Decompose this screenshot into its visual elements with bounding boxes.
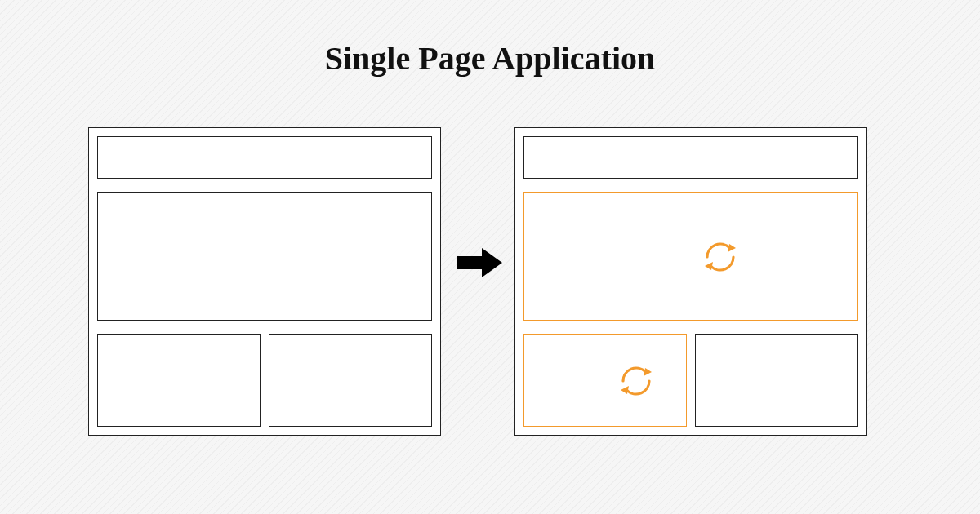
wireframe-right-bottom-right [695, 334, 858, 427]
wireframe-left-bottom-right [269, 334, 432, 427]
svg-marker-2 [705, 262, 713, 270]
wireframe-left-bottom-left [97, 334, 261, 427]
wireframe-right-hero [523, 192, 858, 321]
wireframe-right-header [523, 136, 858, 179]
diagram-title: Single Page Application [0, 39, 980, 78]
svg-marker-4 [621, 386, 629, 394]
wireframe-left-header [97, 136, 432, 179]
wireframe-right [514, 127, 867, 436]
wireframe-left-hero [97, 192, 432, 321]
wireframe-right-bottom-left [523, 334, 687, 427]
svg-marker-3 [644, 368, 652, 376]
svg-marker-1 [728, 244, 736, 252]
refresh-icon [616, 361, 657, 401]
arrow-right-icon [457, 246, 502, 279]
svg-marker-0 [457, 248, 502, 277]
wireframe-left [88, 127, 441, 436]
refresh-icon [700, 237, 741, 277]
